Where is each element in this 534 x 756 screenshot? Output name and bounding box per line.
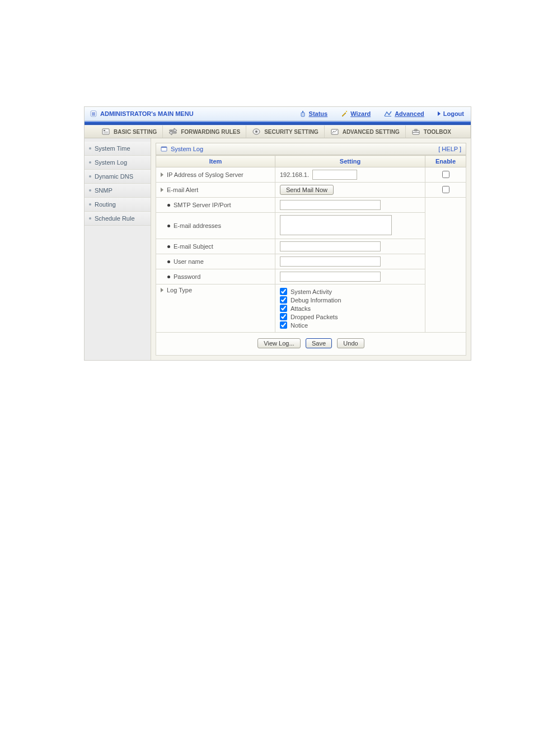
chevron-right-icon	[438, 111, 441, 116]
panel-icon	[161, 146, 167, 152]
col-enable: Enable	[425, 156, 466, 167]
advanced-icon	[384, 110, 392, 117]
nav-status[interactable]: Status	[293, 110, 335, 117]
save-button[interactable]: Save	[306, 338, 332, 348]
tab-forward-label: FORWARDING RULES	[181, 129, 240, 135]
send-mail-now-button[interactable]: Send Mail Now	[280, 185, 334, 195]
menu-icon	[90, 110, 97, 117]
email-subject-input[interactable]	[280, 241, 381, 251]
svg-rect-17	[413, 132, 419, 133]
bullet-icon	[167, 245, 170, 248]
svg-rect-7	[385, 116, 391, 116]
row-logtype: Log Type System Activity Debug Informati…	[156, 284, 466, 333]
nav-wizard-label: Wizard	[350, 110, 371, 117]
email-addresses-input[interactable]	[280, 215, 392, 235]
logtype-attacks[interactable]	[280, 305, 287, 312]
bullet-icon	[167, 204, 170, 207]
col-item: Item	[156, 156, 275, 167]
sidebar-item-schedule-rule[interactable]: Schedule Rule	[85, 212, 151, 226]
panel-title: System Log	[171, 146, 203, 152]
svg-point-13	[255, 130, 257, 133]
row-smtp: SMTP Server IP/Port	[156, 198, 466, 213]
nav-logout-label: Logout	[443, 110, 464, 117]
logtype-label-3: Dropped Packets	[291, 314, 338, 320]
ip-syslog-label: IP Address of Syslog Server	[167, 171, 243, 178]
logtype-label-1: Debug Information	[291, 297, 341, 304]
tab-basic-label: BASIC SETTING	[114, 129, 157, 135]
tab-toolbox[interactable]: TOOLBOX	[406, 125, 471, 138]
nav-wizard[interactable]: Wizard	[334, 110, 377, 117]
row-email-subject: E-mail Subject	[156, 239, 466, 254]
svg-rect-11	[104, 133, 108, 133]
row-email-alert: E-mail Alert Send Mail Now	[156, 183, 466, 198]
forwarding-icon	[168, 128, 177, 136]
sidebar-item-label: Routing	[95, 201, 116, 208]
sidebar-item-dynamic-dns[interactable]: Dynamic DNS	[85, 170, 151, 184]
row-username: User name	[156, 254, 466, 269]
wizard-icon	[341, 110, 348, 117]
bullet-icon	[167, 225, 170, 227]
security-icon	[252, 128, 261, 136]
email-addresses-label: E-mail addresses	[174, 222, 221, 229]
bullet-icon	[89, 175, 91, 178]
email-alert-label: E-mail Alert	[167, 186, 198, 193]
ip-syslog-input[interactable]	[312, 170, 357, 180]
logtype-debug-info[interactable]	[280, 296, 287, 304]
svg-rect-10	[104, 132, 108, 132]
email-subject-label: E-mail Subject	[174, 243, 213, 250]
main-menu-label[interactable]: ADMINISTRATOR's MAIN MENU	[85, 110, 194, 117]
help-link[interactable]: [ HELP ]	[438, 146, 461, 152]
logtype-dropped-packets[interactable]	[280, 313, 287, 320]
svg-rect-19	[161, 147, 167, 148]
tab-toolbox-label: TOOLBOX	[424, 129, 451, 135]
bullet-icon	[89, 203, 91, 206]
sidebar-item-system-log[interactable]: System Log	[85, 156, 151, 170]
bullet-icon	[89, 189, 91, 192]
logtype-system-activity[interactable]	[280, 288, 287, 295]
smtp-label: SMTP Server IP/Port	[174, 202, 231, 208]
tab-security-setting[interactable]: SECURITY SETTING	[246, 125, 325, 138]
bullet-icon	[89, 161, 91, 164]
ip-syslog-enable[interactable]	[442, 171, 449, 178]
sidebar: System Time System Log Dynamic DNS SNMP …	[85, 138, 151, 360]
nav-advanced[interactable]: Advanced	[377, 110, 431, 117]
advanced-setting-icon	[330, 128, 339, 136]
col-setting: Setting	[275, 156, 425, 167]
logtype-label-0: System Activity	[291, 288, 332, 295]
chevron-right-icon	[161, 288, 163, 292]
logtype-notice[interactable]	[280, 321, 287, 329]
tab-row: BASIC SETTING FORWARDING RULES SECURITY …	[85, 125, 471, 138]
sidebar-item-label: System Time	[95, 145, 130, 152]
tab-security-label: SECURITY SETTING	[264, 129, 318, 135]
status-icon	[299, 110, 306, 117]
view-log-button[interactable]: View Log...	[257, 338, 300, 348]
sidebar-item-routing[interactable]: Routing	[85, 198, 151, 212]
username-input[interactable]	[280, 256, 381, 267]
password-input[interactable]	[280, 272, 381, 282]
footer-actions: View Log... Save Undo	[156, 333, 466, 356]
password-label: Password	[174, 273, 200, 280]
tab-advanced-label: ADVANCED SETTING	[343, 129, 400, 135]
panel-header: System Log [ HELP ]	[156, 143, 466, 155]
nav-logout[interactable]: Logout	[431, 110, 471, 117]
svg-rect-5	[301, 113, 305, 116]
ip-prefix: 192.168.1.	[280, 171, 309, 178]
sidebar-item-label: Dynamic DNS	[95, 173, 133, 180]
svg-rect-1	[92, 113, 95, 113]
tab-advanced-setting[interactable]: ADVANCED SETTING	[325, 125, 406, 138]
sidebar-item-snmp[interactable]: SNMP	[85, 184, 151, 198]
svg-point-6	[346, 111, 347, 112]
svg-rect-9	[104, 130, 105, 131]
bullet-icon	[89, 217, 91, 220]
logtype-label-4: Notice	[291, 322, 308, 329]
logtype-label: Log Type	[167, 287, 192, 293]
smtp-input[interactable]	[280, 200, 381, 210]
undo-button[interactable]: Undo	[337, 338, 364, 348]
tab-basic-setting[interactable]: BASIC SETTING	[85, 125, 163, 138]
nav-status-label: Status	[309, 110, 328, 117]
sidebar-item-label: Schedule Rule	[95, 215, 135, 222]
sidebar-item-system-time[interactable]: System Time	[85, 142, 151, 156]
tab-forwarding-rules[interactable]: FORWARDING RULES	[163, 125, 246, 138]
email-alert-enable[interactable]	[442, 186, 449, 193]
chevron-right-icon	[161, 188, 163, 192]
